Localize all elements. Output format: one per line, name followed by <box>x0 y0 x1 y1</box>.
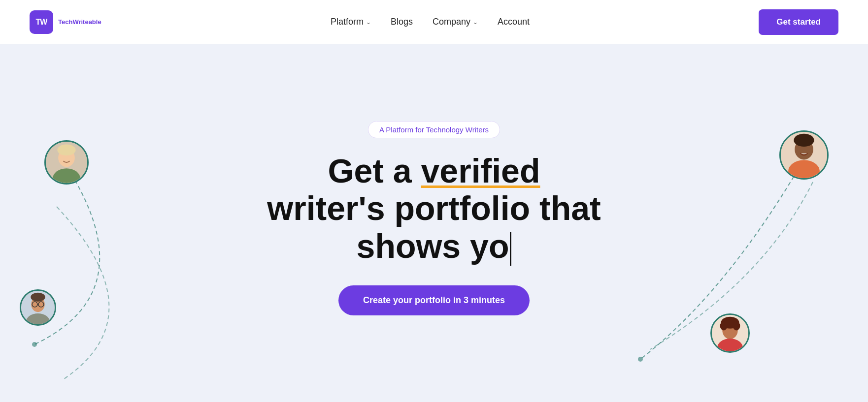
chevron-down-icon: ⌄ <box>366 19 371 26</box>
nav-links: Platform ⌄ Blogs Company ⌄ Account <box>331 17 530 27</box>
hero-heading: Get a verified writer's portfolio that s… <box>267 152 601 265</box>
nav-item-company[interactable]: Company ⌄ <box>433 17 478 27</box>
svg-point-1 <box>32 342 37 347</box>
get-started-button[interactable]: Get started <box>759 9 838 35</box>
svg-point-24 <box>733 321 740 331</box>
nav-link-company[interactable]: Company ⌄ <box>433 17 478 27</box>
avatar-bottom-right <box>710 313 750 353</box>
navbar: TW TechWriteable Platform ⌄ Blogs Compan… <box>0 0 868 44</box>
logo-icon: TW <box>30 10 53 34</box>
create-portfolio-button[interactable]: Create your portfolio in 3 minutes <box>338 285 530 315</box>
nav-link-blogs[interactable]: Blogs <box>391 17 413 27</box>
brand-name: TechWriteable <box>58 18 101 26</box>
text-cursor <box>510 232 511 266</box>
svg-point-11 <box>31 293 45 302</box>
nav-item-platform[interactable]: Platform ⌄ <box>331 17 371 27</box>
svg-point-23 <box>720 321 728 331</box>
nav-link-platform[interactable]: Platform ⌄ <box>331 17 371 27</box>
hero-section: A Platform for Technology Writers Get a … <box>0 44 868 402</box>
chevron-down-icon: ⌄ <box>473 19 478 26</box>
nav-link-account[interactable]: Account <box>498 17 530 27</box>
nav-item-account[interactable]: Account <box>498 17 530 27</box>
logo-area: TW TechWriteable <box>30 10 101 34</box>
platform-badge: A Platform for Technology Writers <box>368 121 500 138</box>
svg-point-7 <box>57 145 75 155</box>
avatar-bottom-left <box>20 289 56 326</box>
avatar-top-left <box>44 140 89 185</box>
svg-point-3 <box>638 357 643 362</box>
nav-item-blogs[interactable]: Blogs <box>391 17 413 27</box>
avatar-top-right <box>779 130 829 180</box>
svg-point-18 <box>794 134 814 147</box>
verified-word: verified <box>421 152 540 189</box>
